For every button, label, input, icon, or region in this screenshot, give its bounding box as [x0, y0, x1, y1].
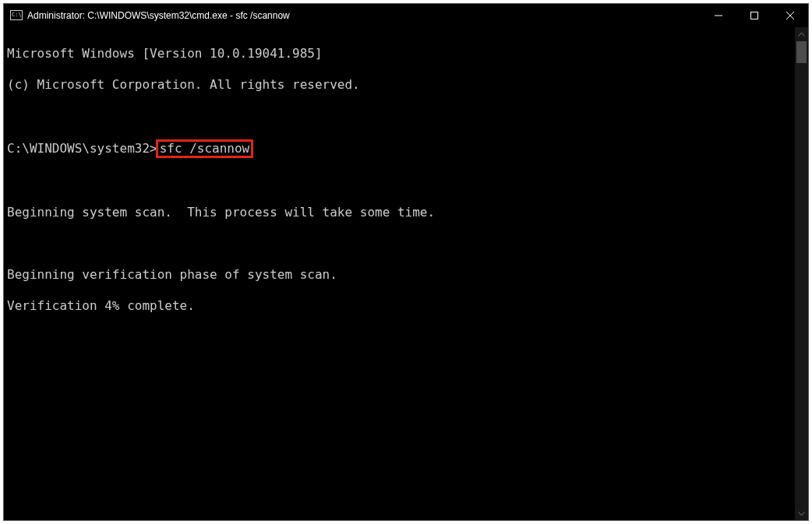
- highlighted-command: sfc /scannow: [156, 139, 254, 158]
- svg-rect-3: [751, 12, 758, 19]
- scrollbar-thumb[interactable]: [796, 41, 807, 63]
- minimize-button[interactable]: [701, 4, 736, 27]
- vertical-scrollbar[interactable]: [795, 27, 808, 520]
- console-line: Beginning verification phase of system s…: [7, 267, 792, 283]
- console-prompt-line: C:\WINDOWS\system32>sfc /scannow: [7, 139, 792, 158]
- titlebar[interactable]: C:\ Administrator: C:\WINDOWS\system32\c…: [4, 4, 808, 27]
- prompt-prefix: C:\WINDOWS\system32>: [7, 141, 157, 156]
- window-title: Administrator: C:\WINDOWS\system32\cmd.e…: [27, 10, 290, 21]
- console-line: Microsoft Windows [Version 10.0.19041.98…: [7, 46, 792, 62]
- console-blank-line: [7, 174, 792, 189]
- scrollbar-down-arrow-icon[interactable]: [795, 507, 808, 520]
- client-area: Microsoft Windows [Version 10.0.19041.98…: [4, 27, 808, 520]
- console-blank-line: [7, 108, 792, 124]
- console-blank-line: [7, 236, 792, 251]
- maximize-button[interactable]: [736, 4, 772, 27]
- cmd-icon: C:\: [10, 9, 23, 22]
- console-output[interactable]: Microsoft Windows [Version 10.0.19041.98…: [4, 27, 795, 520]
- cmd-window: C:\ Administrator: C:\WINDOWS\system32\c…: [3, 3, 809, 521]
- console-line: Beginning system scan. This process will…: [7, 205, 792, 220]
- close-button[interactable]: [772, 4, 808, 27]
- window-controls: [701, 4, 808, 27]
- console-line: Verification 4% complete.: [7, 298, 792, 314]
- svg-text:C:\: C:\: [12, 12, 22, 18]
- command-text: sfc /scannow: [160, 141, 250, 156]
- console-line: (c) Microsoft Corporation. All rights re…: [7, 77, 792, 93]
- scrollbar-up-arrow-icon[interactable]: [795, 27, 808, 40]
